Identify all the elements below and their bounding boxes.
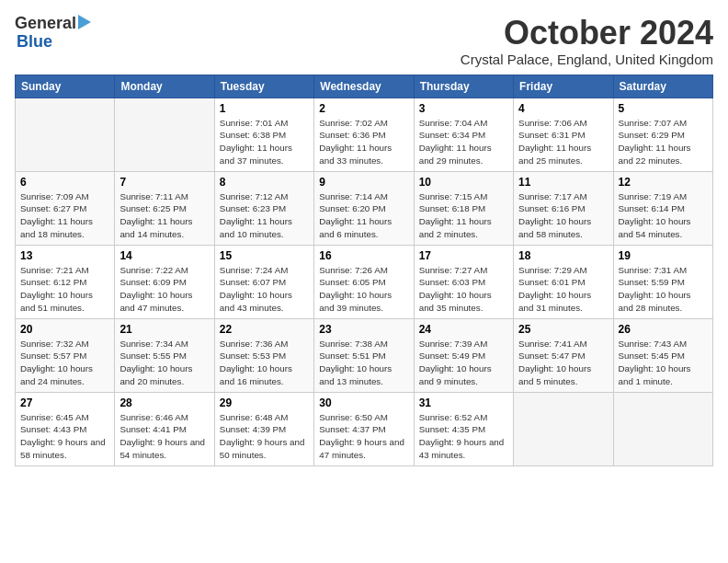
day-number: 22 xyxy=(220,323,309,336)
calendar-week-4: 20Sunrise: 7:32 AM Sunset: 5:57 PM Dayli… xyxy=(16,318,713,392)
logo-blue: Blue xyxy=(17,33,52,52)
calendar-cell: 14Sunrise: 7:22 AM Sunset: 6:09 PM Dayli… xyxy=(115,245,214,318)
location: Crystal Palace, England, United Kingdom xyxy=(461,52,713,67)
day-number: 15 xyxy=(220,249,309,262)
calendar-cell: 13Sunrise: 7:21 AM Sunset: 6:12 PM Dayli… xyxy=(16,245,115,318)
calendar-cell: 11Sunrise: 7:17 AM Sunset: 6:16 PM Dayli… xyxy=(514,171,613,245)
day-info: Sunrise: 7:02 AM Sunset: 6:36 PM Dayligh… xyxy=(319,117,408,167)
day-info: Sunrise: 7:14 AM Sunset: 6:20 PM Dayligh… xyxy=(319,190,408,241)
day-info: Sunrise: 7:04 AM Sunset: 6:34 PM Dayligh… xyxy=(419,117,508,167)
day-number: 7 xyxy=(119,176,209,189)
day-info: Sunrise: 7:32 AM Sunset: 5:57 PM Dayligh… xyxy=(20,338,109,388)
calendar-cell: 26Sunrise: 7:43 AM Sunset: 5:45 PM Dayli… xyxy=(613,318,712,392)
day-number: 6 xyxy=(20,176,109,189)
calendar-cell: 1Sunrise: 7:01 AM Sunset: 6:38 PM Daylig… xyxy=(214,98,313,171)
calendar-cell xyxy=(115,98,214,171)
calendar-cell: 5Sunrise: 7:07 AM Sunset: 6:29 PM Daylig… xyxy=(613,98,712,171)
calendar-cell: 27Sunrise: 6:45 AM Sunset: 4:43 PM Dayli… xyxy=(16,392,115,465)
day-number: 21 xyxy=(119,323,209,336)
day-info: Sunrise: 7:11 AM Sunset: 6:25 PM Dayligh… xyxy=(119,190,209,241)
calendar-cell xyxy=(16,98,115,171)
month-title: October 2024 xyxy=(461,15,713,52)
calendar-week-5: 27Sunrise: 6:45 AM Sunset: 4:43 PM Dayli… xyxy=(16,392,713,465)
day-number: 2 xyxy=(319,102,408,115)
day-info: Sunrise: 7:21 AM Sunset: 6:12 PM Dayligh… xyxy=(20,264,109,315)
day-number: 26 xyxy=(619,323,708,336)
day-number: 8 xyxy=(220,176,309,189)
day-info: Sunrise: 7:15 AM Sunset: 6:18 PM Dayligh… xyxy=(419,190,508,241)
day-info: Sunrise: 6:52 AM Sunset: 4:35 PM Dayligh… xyxy=(419,411,508,462)
calendar-cell: 18Sunrise: 7:29 AM Sunset: 6:01 PM Dayli… xyxy=(514,245,613,318)
day-info: Sunrise: 7:07 AM Sunset: 6:29 PM Dayligh… xyxy=(619,117,708,167)
calendar-body: 1Sunrise: 7:01 AM Sunset: 6:38 PM Daylig… xyxy=(16,98,713,465)
page-header: General Blue October 2024 Crystal Palace… xyxy=(15,15,713,67)
calendar-week-3: 13Sunrise: 7:21 AM Sunset: 6:12 PM Dayli… xyxy=(16,245,713,318)
calendar-cell: 17Sunrise: 7:27 AM Sunset: 6:03 PM Dayli… xyxy=(414,245,513,318)
logo-arrow-icon xyxy=(78,15,91,29)
title-block: October 2024 Crystal Palace, England, Un… xyxy=(461,15,713,67)
calendar-cell: 3Sunrise: 7:04 AM Sunset: 6:34 PM Daylig… xyxy=(414,98,513,171)
calendar-cell: 25Sunrise: 7:41 AM Sunset: 5:47 PM Dayli… xyxy=(514,318,613,392)
day-number: 14 xyxy=(119,249,209,262)
weekday-sunday: Sunday xyxy=(16,75,115,98)
day-number: 29 xyxy=(220,396,309,409)
day-number: 12 xyxy=(619,176,708,189)
calendar-cell: 2Sunrise: 7:02 AM Sunset: 6:36 PM Daylig… xyxy=(314,98,414,171)
calendar-cell: 21Sunrise: 7:34 AM Sunset: 5:55 PM Dayli… xyxy=(115,318,214,392)
weekday-thursday: Thursday xyxy=(414,75,513,98)
day-info: Sunrise: 7:12 AM Sunset: 6:23 PM Dayligh… xyxy=(220,190,309,241)
day-number: 19 xyxy=(619,249,708,262)
day-number: 30 xyxy=(319,396,408,409)
calendar-cell: 9Sunrise: 7:14 AM Sunset: 6:20 PM Daylig… xyxy=(314,171,414,245)
weekday-wednesday: Wednesday xyxy=(314,75,414,98)
day-info: Sunrise: 7:36 AM Sunset: 5:53 PM Dayligh… xyxy=(220,338,309,388)
day-info: Sunrise: 7:06 AM Sunset: 6:31 PM Dayligh… xyxy=(518,117,608,167)
day-number: 16 xyxy=(319,249,408,262)
calendar-cell: 12Sunrise: 7:19 AM Sunset: 6:14 PM Dayli… xyxy=(613,171,712,245)
calendar-cell xyxy=(514,392,613,465)
day-number: 23 xyxy=(319,323,408,336)
weekday-friday: Friday xyxy=(514,75,613,98)
day-number: 9 xyxy=(319,176,408,189)
calendar-cell: 8Sunrise: 7:12 AM Sunset: 6:23 PM Daylig… xyxy=(214,171,313,245)
weekday-saturday: Saturday xyxy=(613,75,712,98)
day-number: 11 xyxy=(518,176,608,189)
calendar-cell: 28Sunrise: 6:46 AM Sunset: 4:41 PM Dayli… xyxy=(115,392,214,465)
day-number: 18 xyxy=(518,249,608,262)
day-info: Sunrise: 7:43 AM Sunset: 5:45 PM Dayligh… xyxy=(619,338,708,388)
calendar-week-1: 1Sunrise: 7:01 AM Sunset: 6:38 PM Daylig… xyxy=(16,98,713,171)
day-number: 27 xyxy=(20,396,109,409)
day-info: Sunrise: 7:41 AM Sunset: 5:47 PM Dayligh… xyxy=(518,338,608,388)
calendar-cell: 4Sunrise: 7:06 AM Sunset: 6:31 PM Daylig… xyxy=(514,98,613,171)
day-number: 17 xyxy=(419,249,508,262)
calendar-table: SundayMondayTuesdayWednesdayThursdayFrid… xyxy=(15,75,713,466)
day-number: 25 xyxy=(518,323,608,336)
day-info: Sunrise: 7:39 AM Sunset: 5:49 PM Dayligh… xyxy=(419,338,508,388)
day-number: 20 xyxy=(20,323,109,336)
day-info: Sunrise: 7:17 AM Sunset: 6:16 PM Dayligh… xyxy=(518,190,608,241)
calendar-cell: 30Sunrise: 6:50 AM Sunset: 4:37 PM Dayli… xyxy=(314,392,414,465)
day-number: 3 xyxy=(419,102,508,115)
calendar-cell: 15Sunrise: 7:24 AM Sunset: 6:07 PM Dayli… xyxy=(214,245,313,318)
day-info: Sunrise: 7:27 AM Sunset: 6:03 PM Dayligh… xyxy=(419,264,508,315)
day-number: 13 xyxy=(20,249,109,262)
calendar-cell: 29Sunrise: 6:48 AM Sunset: 4:39 PM Dayli… xyxy=(214,392,313,465)
calendar-cell: 10Sunrise: 7:15 AM Sunset: 6:18 PM Dayli… xyxy=(414,171,513,245)
calendar-week-2: 6Sunrise: 7:09 AM Sunset: 6:27 PM Daylig… xyxy=(16,171,713,245)
day-number: 31 xyxy=(419,396,508,409)
day-info: Sunrise: 6:45 AM Sunset: 4:43 PM Dayligh… xyxy=(20,411,109,462)
calendar-cell xyxy=(613,392,712,465)
day-info: Sunrise: 7:09 AM Sunset: 6:27 PM Dayligh… xyxy=(20,190,109,241)
logo-text: General xyxy=(15,15,76,33)
logo: General Blue xyxy=(15,15,91,52)
day-info: Sunrise: 7:26 AM Sunset: 6:05 PM Dayligh… xyxy=(319,264,408,315)
day-number: 4 xyxy=(518,102,608,115)
calendar-cell: 24Sunrise: 7:39 AM Sunset: 5:49 PM Dayli… xyxy=(414,318,513,392)
calendar-cell: 16Sunrise: 7:26 AM Sunset: 6:05 PM Dayli… xyxy=(314,245,414,318)
calendar-cell: 6Sunrise: 7:09 AM Sunset: 6:27 PM Daylig… xyxy=(16,171,115,245)
day-info: Sunrise: 7:31 AM Sunset: 5:59 PM Dayligh… xyxy=(619,264,708,315)
calendar-cell: 31Sunrise: 6:52 AM Sunset: 4:35 PM Dayli… xyxy=(414,392,513,465)
weekday-header-row: SundayMondayTuesdayWednesdayThursdayFrid… xyxy=(16,75,713,98)
day-info: Sunrise: 7:19 AM Sunset: 6:14 PM Dayligh… xyxy=(619,190,708,241)
day-info: Sunrise: 7:29 AM Sunset: 6:01 PM Dayligh… xyxy=(518,264,608,315)
